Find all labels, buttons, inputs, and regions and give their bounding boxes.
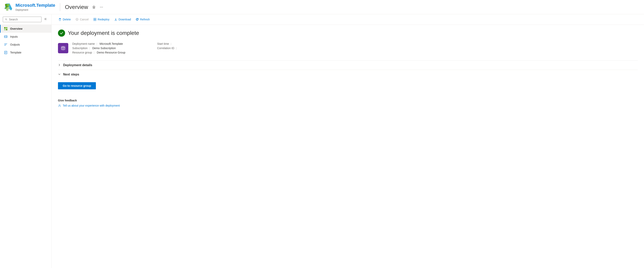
search-icon — [5, 18, 7, 21]
go-to-resource-group-button[interactable]: Go to resource group — [58, 82, 96, 89]
svg-rect-16 — [4, 27, 6, 28]
cancel-label: Cancel — [80, 18, 88, 21]
svg-rect-9 — [6, 8, 8, 10]
refresh-icon — [136, 18, 139, 21]
sidebar-item-outputs[interactable]: Outputs — [0, 41, 52, 48]
deployment-info: Deployment name : Microsoft.Template Sub… — [58, 42, 638, 54]
next-steps-chevron — [58, 73, 61, 76]
deployment-name-value: Microsoft.Template — [100, 42, 139, 45]
chevron-right-icon — [58, 64, 61, 66]
svg-point-13 — [102, 7, 103, 7]
sidebar-item-outputs-label: Outputs — [10, 43, 20, 46]
main-layout: Overview Inputs — [0, 14, 644, 268]
search-container — [0, 14, 52, 25]
sidebar-item-template[interactable]: Template — [0, 48, 52, 56]
svg-rect-8 — [7, 4, 10, 6]
header-divider — [60, 3, 60, 11]
chevron-down-icon — [58, 73, 61, 76]
svg-rect-19 — [6, 29, 7, 30]
delete-icon — [58, 18, 62, 21]
collapse-button[interactable] — [43, 17, 49, 22]
cancel-button[interactable]: Cancel — [74, 17, 90, 22]
download-label: Download — [118, 18, 131, 21]
overview-icon — [4, 27, 8, 31]
sidebar-item-overview-label: Overview — [10, 27, 22, 30]
header: Microsoft.Template Deployment Overview — [0, 0, 644, 14]
svg-point-41 — [59, 105, 60, 106]
app-title: Microsoft.Template — [16, 3, 55, 8]
info-right: Start time : Correlation ID : — [157, 42, 195, 54]
status-title: Your deployment is complete — [68, 30, 139, 36]
header-title-group: Microsoft.Template Deployment — [16, 3, 55, 11]
info-row-subscription: Subscription : Demo Subscription — [72, 47, 141, 50]
content-area: Delete Cancel Redeploy — [52, 14, 644, 268]
deployment-icon — [58, 43, 68, 53]
svg-rect-18 — [4, 29, 6, 30]
refresh-button[interactable]: Refresh — [134, 17, 152, 22]
next-steps-section[interactable]: Next steps — [58, 70, 638, 79]
info-row-correlation: Correlation ID : — [157, 47, 195, 50]
next-steps-label: Next steps — [63, 73, 79, 76]
svg-point-12 — [101, 7, 102, 7]
sidebar-item-inputs[interactable]: Inputs — [0, 33, 52, 41]
pin-button[interactable] — [91, 4, 96, 10]
redeploy-label: Redeploy — [98, 18, 110, 21]
sidebar-nav: Overview Inputs — [0, 25, 52, 56]
delete-button[interactable]: Delete — [56, 17, 73, 22]
deployment-name-label: Deployment name — [72, 42, 96, 45]
subscription-value: Demo Subscription — [92, 47, 132, 50]
redeploy-button[interactable]: Redeploy — [91, 17, 111, 22]
svg-rect-38 — [95, 20, 96, 21]
svg-rect-37 — [94, 20, 95, 21]
box-icon — [60, 45, 66, 51]
deployment-details-section[interactable]: Deployment details — [58, 60, 638, 70]
start-time-label: Start time — [157, 42, 170, 45]
svg-point-21 — [5, 36, 6, 37]
delete-label: Delete — [63, 18, 71, 21]
outputs-icon — [4, 43, 8, 47]
download-button[interactable]: Download — [112, 17, 133, 22]
redeploy-icon — [93, 18, 96, 21]
page-title: Overview — [65, 4, 88, 10]
collapse-icon — [44, 17, 48, 21]
info-details: Deployment name : Microsoft.Template Sub… — [72, 42, 638, 54]
svg-line-15 — [6, 20, 7, 20]
search-input-wrapper[interactable] — [3, 17, 42, 22]
overview-content: Your deployment is complete — [52, 25, 644, 112]
toolbar: Delete Cancel Redeploy — [52, 14, 644, 25]
more-options-icon — [100, 5, 103, 9]
info-left: Deployment name : Microsoft.Template Sub… — [72, 42, 141, 54]
correlation-label: Correlation ID — [157, 47, 176, 50]
svg-rect-35 — [94, 18, 95, 19]
feedback-link-label: Tell us about your experience with deplo… — [63, 104, 120, 107]
resource-group-label: Resource group — [72, 51, 94, 54]
template-icon — [4, 50, 8, 54]
feedback-icon — [58, 104, 61, 107]
resource-group-value: Demo Resource Group — [97, 51, 141, 54]
azure-logo-icon — [4, 3, 13, 11]
svg-rect-31 — [59, 18, 60, 19]
info-row-start-time: Start time : — [157, 42, 195, 45]
sidebar: Overview Inputs — [0, 14, 52, 268]
sidebar-item-overview[interactable]: Overview — [0, 25, 52, 33]
download-icon — [114, 18, 117, 21]
deployment-details-label: Deployment details — [63, 63, 92, 67]
next-steps-content: Go to resource group — [58, 79, 638, 93]
header-right-actions — [91, 4, 104, 10]
feedback-link[interactable]: Tell us about your experience with deplo… — [58, 104, 638, 107]
feedback-title: Give feedback — [58, 99, 638, 102]
svg-rect-7 — [5, 4, 7, 6]
cancel-icon — [76, 18, 78, 21]
feedback-section: Give feedback Tell us about your experie… — [58, 99, 638, 107]
subscription-label: Subscription — [72, 47, 89, 50]
sidebar-item-template-label: Template — [10, 51, 22, 54]
svg-rect-36 — [95, 18, 96, 19]
status-success-icon — [58, 29, 65, 37]
search-input[interactable] — [9, 18, 39, 21]
info-row-name: Deployment name : Microsoft.Template — [72, 42, 141, 45]
pin-icon — [92, 5, 96, 9]
info-main-row: Deployment name : Microsoft.Template Sub… — [72, 42, 638, 54]
checkmark-icon — [59, 31, 64, 35]
more-options-button[interactable] — [99, 4, 104, 10]
deployment-status: Your deployment is complete — [58, 29, 638, 37]
